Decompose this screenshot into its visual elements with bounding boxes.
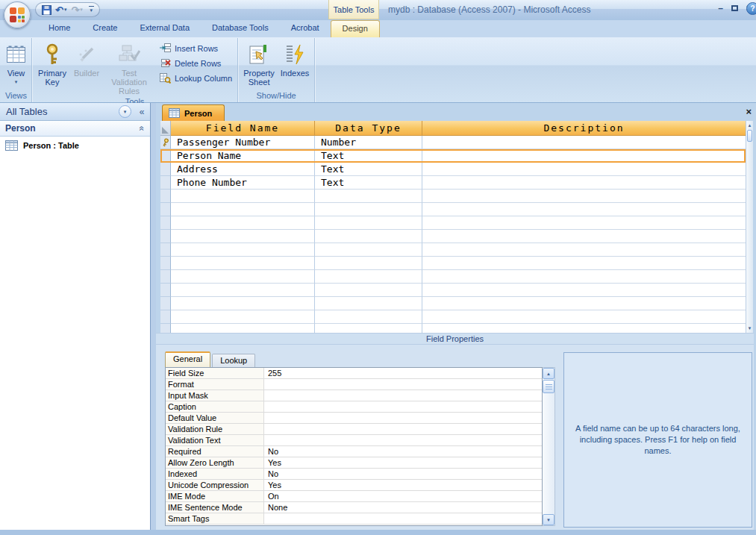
description-cell[interactable] (422, 176, 746, 190)
data-type-cell[interactable] (315, 284, 422, 297)
lookup-column-button[interactable]: Lookup Column (160, 72, 232, 84)
property-value[interactable]: On (264, 491, 542, 501)
field-name-cell[interactable] (171, 284, 315, 297)
property-row[interactable]: Input Mask (166, 390, 542, 401)
close-document-icon[interactable]: × (746, 106, 752, 117)
empty-table-row[interactable] (160, 284, 746, 297)
property-row[interactable]: Indexed No (166, 469, 542, 480)
description-cell[interactable] (422, 230, 746, 243)
undo-button[interactable]: ↶ ▾ (54, 3, 68, 16)
pane-splitter[interactable] (151, 103, 156, 530)
field-name-cell[interactable] (171, 243, 315, 257)
description-cell[interactable] (422, 310, 746, 324)
description-cell[interactable] (422, 270, 746, 284)
property-value[interactable]: No (264, 446, 542, 457)
nav-item-person-table[interactable]: Person : Table (0, 138, 150, 153)
field-name-cell[interactable] (171, 310, 315, 324)
scrollbar-thumb[interactable] (747, 130, 752, 142)
ribbon-tab[interactable]: Database Tools (201, 20, 280, 37)
view-button[interactable]: View ▾ (3, 40, 29, 87)
row-selector[interactable] (160, 324, 171, 333)
property-value[interactable] (264, 413, 542, 423)
empty-table-row[interactable] (160, 243, 746, 257)
data-type-cell[interactable] (315, 243, 422, 257)
redo-button[interactable]: ↷ ▾ (70, 3, 84, 16)
design-grid-scrollbar[interactable]: ▲ ▼ (746, 121, 753, 333)
row-selector[interactable] (160, 149, 171, 163)
data-type-cell[interactable]: Text (315, 149, 422, 163)
property-row[interactable]: IME Mode On (166, 491, 542, 502)
restore-button[interactable] (731, 5, 738, 11)
empty-table-row[interactable] (160, 310, 746, 324)
save-button[interactable] (41, 3, 52, 16)
row-selector[interactable] (160, 163, 171, 176)
description-cell[interactable] (422, 149, 746, 163)
empty-table-row[interactable] (160, 270, 746, 284)
primary-key-button[interactable]: Primary Key (34, 40, 70, 87)
undo-dropdown-icon[interactable]: ▾ (63, 7, 68, 13)
data-type-cell[interactable] (315, 190, 422, 203)
property-row[interactable]: IME Sentence Mode None (166, 502, 542, 513)
data-type-cell[interactable] (315, 310, 422, 324)
nav-menu-dropdown-icon[interactable]: ▾ (119, 105, 131, 118)
field-name-cell[interactable]: Phone Number (171, 176, 315, 190)
data-type-cell[interactable]: Number (315, 136, 422, 149)
description-cell[interactable] (422, 284, 746, 297)
table-row[interactable]: Person Name Text (160, 149, 746, 163)
property-row[interactable]: Format (166, 379, 542, 390)
insert-rows-button[interactable]: Insert Rows (160, 43, 232, 54)
description-cell[interactable] (422, 257, 746, 270)
delete-rows-button[interactable]: Delete Rows (160, 57, 232, 69)
scroll-up-icon[interactable]: ▲ (746, 121, 753, 130)
property-value[interactable] (264, 513, 542, 524)
property-sheet-button[interactable]: Property Sheet (240, 40, 278, 87)
field-name-cell[interactable]: Passenger Number (171, 136, 315, 149)
ribbon-tab[interactable]: Create (81, 20, 128, 37)
field-name-cell[interactable] (171, 297, 315, 310)
nav-group-header[interactable]: Person « (0, 121, 150, 137)
data-type-cell[interactable] (315, 230, 422, 243)
field-name-cell[interactable] (171, 216, 315, 230)
row-selector[interactable] (160, 136, 171, 149)
data-type-cell[interactable] (315, 297, 422, 310)
description-cell[interactable] (422, 203, 746, 216)
description-cell[interactable] (422, 136, 746, 149)
row-selector[interactable] (160, 176, 171, 190)
property-value[interactable]: Yes (264, 480, 542, 490)
shutter-bar-close-icon[interactable]: « (136, 105, 148, 118)
data-type-cell[interactable]: Text (315, 163, 422, 176)
row-selector[interactable] (160, 190, 171, 203)
indexes-button[interactable]: Indexes (278, 40, 312, 78)
data-type-cell[interactable] (315, 270, 422, 284)
property-row[interactable]: Allow Zero Length Yes (166, 457, 542, 469)
property-value[interactable]: 255 (264, 368, 542, 378)
property-value[interactable] (264, 424, 542, 434)
property-value[interactable]: None (264, 502, 542, 513)
navigation-pane-header[interactable]: All Tables ▾ « (0, 103, 150, 121)
property-grid-scrollbar[interactable]: ▲ ▼ (543, 367, 555, 526)
property-row[interactable]: Validation Text (166, 435, 542, 446)
property-value[interactable] (264, 390, 542, 401)
data-type-cell[interactable]: Text (315, 176, 422, 190)
row-selector[interactable] (160, 257, 171, 270)
empty-table-row[interactable] (160, 297, 746, 310)
column-header-field-name[interactable]: Field Name (171, 121, 315, 136)
data-type-cell[interactable] (315, 216, 422, 230)
description-cell[interactable] (422, 243, 746, 257)
property-row[interactable]: Caption (166, 401, 542, 413)
property-value[interactable]: Yes (264, 457, 542, 468)
property-value[interactable]: No (264, 469, 542, 479)
description-cell[interactable] (422, 216, 746, 230)
field-name-cell[interactable]: Person Name (171, 149, 315, 163)
description-cell[interactable] (422, 163, 746, 176)
property-row[interactable]: Smart Tags (166, 513, 542, 525)
table-row[interactable]: Passenger Number Number (160, 136, 746, 149)
property-value[interactable] (264, 401, 542, 412)
description-cell[interactable] (422, 190, 746, 203)
help-button[interactable]: ? (746, 2, 756, 15)
row-selector[interactable] (160, 310, 171, 324)
property-row[interactable]: Validation Rule (166, 424, 542, 435)
table-row[interactable]: Phone Number Text (160, 176, 746, 190)
property-value[interactable] (264, 435, 542, 445)
scroll-down-icon[interactable]: ▼ (543, 514, 554, 525)
